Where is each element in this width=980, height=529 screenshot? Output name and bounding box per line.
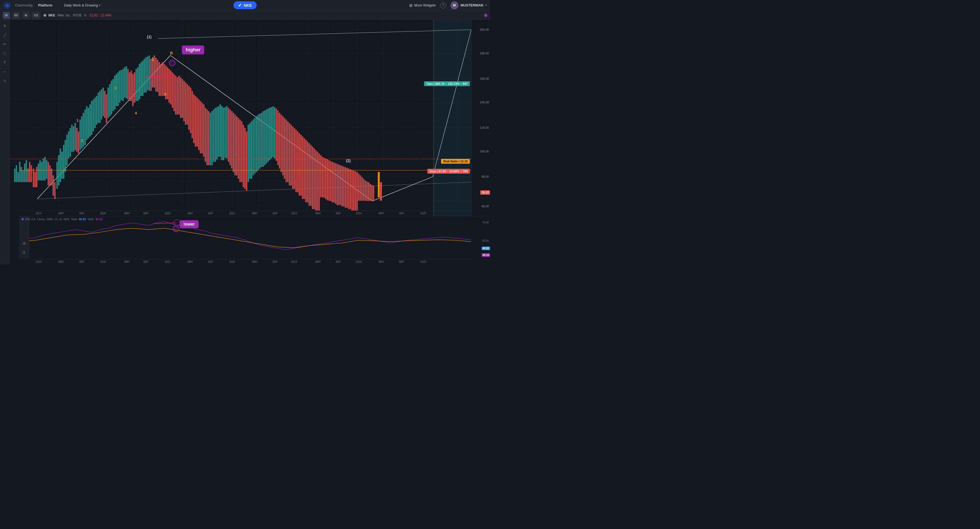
svg-rect-237	[350, 169, 351, 209]
svg-rect-196	[282, 116, 283, 175]
crosshair-tool[interactable]: ✛	[1, 22, 9, 30]
ticker-badge[interactable]: ✔ NKE	[233, 2, 257, 9]
svg-rect-155	[215, 108, 216, 162]
svg-rect-184	[262, 111, 264, 167]
svg-rect-167	[234, 115, 236, 175]
svg-rect-40	[24, 163, 25, 182]
svg-rect-227	[333, 163, 335, 202]
svg-rect-169	[238, 118, 239, 179]
svg-rect-113	[145, 57, 146, 92]
measure-tool[interactable]: ↔	[1, 68, 9, 75]
vs-btn[interactable]: VS	[32, 12, 40, 19]
svg-rect-131	[175, 76, 177, 115]
svg-rect-222	[325, 159, 326, 199]
time-sep-2024: SEP	[399, 212, 404, 215]
pen-tool[interactable]: ✏	[1, 40, 9, 48]
username: MUSTERMAN	[461, 3, 484, 7]
time-2019: 2019	[35, 212, 41, 215]
svg-rect-137	[185, 82, 186, 125]
indicator-tool[interactable]: ∿	[1, 77, 9, 84]
svg-rect-41	[25, 160, 27, 182]
divergence-marker-price	[169, 60, 175, 66]
svg-rect-243	[360, 175, 361, 201]
svg-rect-211	[307, 142, 309, 202]
svg-rect-245	[363, 179, 364, 201]
svg-rect-190	[272, 106, 274, 157]
layout-btn[interactable]: ⊞	[21, 240, 28, 247]
svg-rect-73	[80, 120, 81, 150]
user-menu[interactable]: M MUSTERMAN ▾	[450, 2, 487, 10]
svg-rect-130	[173, 74, 175, 111]
svg-rect-42	[27, 169, 29, 182]
shape-tool[interactable]: □	[1, 49, 9, 57]
svg-rect-36	[18, 172, 19, 182]
panel-btn[interactable]: ☰	[21, 249, 28, 256]
wave-a-label: A	[164, 92, 167, 96]
svg-rect-70	[75, 123, 76, 150]
svg-rect-228	[335, 163, 336, 204]
time-may-2019: MAY	[58, 212, 64, 215]
svg-rect-126	[167, 67, 168, 99]
change-pct: 22.44%	[101, 13, 112, 17]
time-may-2024: MAY	[379, 212, 384, 215]
svg-line-31	[37, 182, 471, 199]
time-may-2023: MAY	[315, 212, 321, 215]
tradingview-logo[interactable]: ◎	[3, 2, 11, 9]
color-indicator	[484, 14, 487, 17]
ticker-name: NKE	[48, 13, 55, 17]
svg-rect-120	[157, 60, 158, 92]
svg-rect-90	[107, 88, 109, 118]
svg-rect-215	[313, 148, 315, 209]
svg-rect-149	[205, 108, 206, 162]
svg-rect-64	[65, 140, 66, 172]
svg-rect-165	[231, 111, 232, 169]
svg-rect-89	[106, 94, 107, 123]
svg-rect-124	[164, 64, 165, 96]
svg-rect-204	[296, 130, 297, 192]
timeframe-btn[interactable]: W	[3, 12, 10, 19]
nav-community[interactable]: Community	[15, 3, 33, 7]
svg-rect-88	[104, 91, 105, 118]
svg-rect-148	[203, 104, 205, 157]
ticker-symbol: NKE	[244, 3, 252, 8]
svg-rect-84	[98, 92, 99, 123]
svg-rect-230	[338, 164, 340, 205]
svg-rect-54	[48, 162, 49, 185]
rsi-bottom-toolbar: ⊞ ☰	[19, 216, 29, 258]
svg-rect-132	[177, 77, 178, 115]
take-profit-box: Take | $84.70 ~ 130.73% ~ 847	[424, 81, 470, 86]
svg-rect-83	[96, 96, 97, 125]
candles-btn[interactable]: 60	[12, 12, 20, 19]
nav-platform[interactable]: Platform	[38, 3, 52, 7]
svg-rect-221	[323, 158, 325, 198]
svg-rect-235	[347, 168, 348, 208]
svg-rect-69	[73, 126, 74, 151]
user-avatar: M	[450, 2, 458, 10]
svg-rect-43	[29, 162, 30, 182]
settings-btn[interactable]: ⚙	[22, 12, 30, 19]
line-tool[interactable]: ╱	[1, 31, 9, 39]
svg-rect-206	[299, 133, 300, 196]
help-icon[interactable]: ?	[440, 2, 446, 8]
svg-rect-238	[352, 170, 353, 210]
svg-rect-86	[101, 89, 102, 120]
more-widgets-button[interactable]: ⊞ More Widgets	[409, 3, 436, 8]
svg-rect-56	[51, 169, 52, 185]
svg-rect-231	[340, 165, 341, 205]
svg-rect-168	[236, 116, 237, 175]
rsi-level-50: 50.00	[482, 239, 489, 242]
svg-rect-175	[248, 125, 249, 182]
bottom-support-line	[19, 170, 471, 170]
rsi-val1: 40.82	[79, 218, 86, 221]
svg-rect-39	[22, 170, 24, 182]
price-200: 200.00	[480, 28, 489, 31]
grid-icon: ⊞	[409, 3, 412, 8]
daily-work-menu[interactable]: Daily Work & Drawing ▾	[64, 3, 100, 7]
svg-rect-61	[60, 148, 61, 182]
text-tool[interactable]: T	[1, 59, 9, 66]
svg-rect-112	[144, 59, 145, 92]
rsi-level-75: 75.00	[482, 221, 489, 224]
svg-rect-141	[192, 91, 193, 139]
svg-rect-171	[241, 121, 242, 182]
refresh-icon[interactable]: ↻	[84, 13, 87, 17]
